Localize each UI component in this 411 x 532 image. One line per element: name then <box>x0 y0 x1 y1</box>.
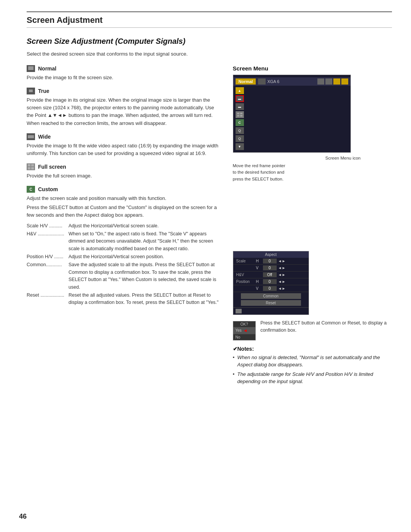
pv-label: V <box>256 286 263 291</box>
wide-icon-row: Wide <box>27 133 221 140</box>
aspect-dialog: Aspect Scale H 0 ◄► V 0 ◄► <box>233 251 309 315</box>
yes-arrow-icon: ◄ <box>243 328 248 333</box>
true-section: True Provide the image in its original s… <box>27 88 221 127</box>
aspect-pos-h-row: Position H 0 ◄► <box>233 278 309 285</box>
pos-h-arrows: ◄► <box>278 280 286 284</box>
position-label: Position <box>236 280 256 284</box>
notes-list: When no signal is detected, "Normal" is … <box>233 354 392 385</box>
custom-press-text: Press the SELECT button at Custom and th… <box>27 204 221 219</box>
def-term-hv: H&V .................... <box>27 230 68 252</box>
normal-label: Normal <box>38 66 56 72</box>
sm-right-area <box>246 87 350 150</box>
aspect-hv-row: H&V Off ◄► <box>233 272 309 278</box>
def-row-hv: H&V .................... When set to "On… <box>27 230 221 252</box>
red-frame-note: Move the red frame pointerto the desired… <box>233 163 362 182</box>
smb-icon-1 <box>317 78 324 85</box>
svg-rect-4 <box>237 113 239 114</box>
def-row-reset: Reset .................. Reset the all a… <box>27 292 221 307</box>
yes-label: Yes <box>236 328 242 332</box>
def-term-reset: Reset .................. <box>27 292 68 307</box>
sm-icons-col: ▲ ▬ ▬ <box>233 87 246 150</box>
screen-menu-icon-note: Screen Menu icon <box>233 156 362 160</box>
smb-separator-icon <box>258 78 266 85</box>
scale-h-arrows: ◄► <box>278 259 286 263</box>
def-row-scale: Scale H/V .......... Adjust the Horizont… <box>27 222 221 230</box>
svg-rect-0 <box>28 164 30 166</box>
sm-icon-wide: ▬ <box>236 103 244 110</box>
left-column: Normal Provide the image to fit the scre… <box>27 65 221 387</box>
def-row-common: Common............ Save the adjusted sca… <box>27 261 221 291</box>
def-desc-common: Save the adjusted scale to all the input… <box>68 261 221 291</box>
smb-icon-4 <box>341 78 348 85</box>
normal-icon <box>27 65 35 72</box>
def-row-position: Position H/V ....... Adjust the Horizont… <box>27 253 221 260</box>
def-desc-hv: When set to "On," the aspect ratio is fi… <box>68 230 221 252</box>
fullscreen-icon <box>27 163 35 170</box>
ok-label: OK? <box>233 321 256 327</box>
hv-value: Off <box>263 272 277 277</box>
pos-v-value: 0 <box>263 286 277 291</box>
normal-icon-row: Normal <box>27 65 221 72</box>
two-col-layout: Normal Provide the image to fit the scre… <box>27 65 392 387</box>
def-term-position: Position H/V ....... <box>27 253 68 260</box>
wide-icon <box>27 133 35 140</box>
note-item-1: When no signal is detected, "Normal" is … <box>233 354 392 369</box>
fullscreen-section: Full screen Provide the full screen imag… <box>27 163 221 180</box>
pos-h-value: 0 <box>263 279 277 284</box>
camera-icon <box>236 309 242 313</box>
def-desc-position: Adjust the Horizontal/Vertical screen po… <box>68 253 221 260</box>
true-icon-row: True <box>27 88 221 94</box>
smb-icon-2 <box>325 78 332 85</box>
wide-text: Provide the image to fit the wide video … <box>27 142 221 157</box>
reset-button[interactable]: Reset <box>241 300 301 306</box>
true-label: True <box>38 88 49 94</box>
note-item-2: The adjustable range for Scale H/V and P… <box>233 371 392 385</box>
sm-icon-normal: ▲ <box>236 87 244 94</box>
svg-rect-7 <box>240 115 242 117</box>
aspect-scale-h-row: Scale H 0 ◄► <box>233 258 309 265</box>
aspect-section: Aspect Scale H 0 ◄► V 0 ◄► <box>233 251 392 385</box>
screen-menu-title: Screen Menu <box>233 65 392 72</box>
custom-label: Custom <box>38 186 58 192</box>
true-icon <box>27 88 35 94</box>
def-desc-scale: Adjust the Horizontal/Vertical screen sc… <box>68 222 221 230</box>
confirm-dialog: OK? Yes ◄ No <box>233 321 256 340</box>
smb-normal-label: Normal <box>236 78 256 85</box>
svg-rect-3 <box>31 167 34 169</box>
sm-icon-true: ▬ <box>236 95 244 102</box>
scale-label: Scale <box>236 259 256 263</box>
scale-h-value: 0 <box>263 259 277 264</box>
section-title-bar: Screen Adjustment <box>27 11 392 28</box>
pos-v-arrows: ◄► <box>278 286 286 291</box>
right-column: Screen Menu Normal XGA 6 <box>233 65 392 387</box>
common-button[interactable]: Common <box>241 293 301 299</box>
confirm-area: OK? Yes ◄ No Press the SELECT button at … <box>233 318 392 340</box>
def-term-scale: Scale H/V .......... <box>27 222 68 230</box>
yes-button[interactable]: Yes ◄ <box>233 327 256 334</box>
sm-icon-q1: Q <box>236 127 244 134</box>
svg-rect-1 <box>31 164 34 166</box>
def-term-common: Common............ <box>27 261 68 291</box>
custom-intro: Adjust the screen scale and position man… <box>27 195 221 202</box>
screen-menu-body: ▲ ▬ ▬ <box>233 87 350 150</box>
page-number: 46 <box>19 513 27 521</box>
aspect-scale-v-row: V 0 ◄► <box>233 265 309 272</box>
hv-label: H&V <box>236 273 256 277</box>
definition-table: Scale H/V .......... Adjust the Horizont… <box>27 222 221 307</box>
no-button[interactable]: No <box>233 334 256 340</box>
aspect-pos-v-row: V 0 ◄► <box>233 285 309 292</box>
h-label: H <box>256 259 263 263</box>
notes-section: ✔Notes: When no signal is detected, "Nor… <box>233 346 392 385</box>
normal-section: Normal Provide the image to fit the scre… <box>27 65 221 81</box>
sm-icon-down: ▼ <box>236 143 244 150</box>
def-desc-reset: Reset the all adjusted values. Press the… <box>68 292 221 307</box>
page-container: Screen Adjustment Screen Size Adjustment… <box>0 0 411 403</box>
screen-menu-bar: Normal XGA 6 <box>233 77 350 86</box>
svg-rect-6 <box>237 115 239 117</box>
smb-icon-3 <box>333 78 340 85</box>
notes-title: ✔Notes: <box>233 346 392 352</box>
fullscreen-text: Provide the full screen image. <box>27 172 221 180</box>
fullscreen-label: Full screen <box>38 164 66 170</box>
aspect-title: Aspect <box>233 251 309 258</box>
ph-label: H <box>256 280 263 284</box>
